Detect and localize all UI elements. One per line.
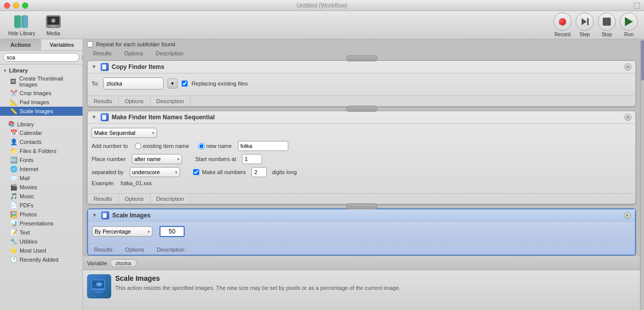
sidebar-item-label: Recently Added [20, 257, 58, 263]
sidebar-item-presentations[interactable]: 📊 Presentations [0, 219, 83, 228]
search-input[interactable] [3, 53, 79, 62]
calendar-icon: 📅 [10, 129, 17, 136]
run-label: Run [624, 32, 633, 37]
sidebar-item-fonts[interactable]: 🔤 Fonts [0, 156, 83, 165]
make-sequential-close[interactable]: ✕ [624, 114, 631, 121]
scale-by-select[interactable]: By Percentage [92, 226, 152, 237]
tab-description-copy[interactable]: Description [150, 96, 191, 106]
repeat-checkbox[interactable] [87, 41, 93, 47]
sidebar-item-label: Calendar [20, 130, 42, 136]
tab-options-scale[interactable]: Options [119, 245, 151, 255]
tab-description-seq[interactable]: Description [150, 194, 191, 204]
sidebar-item-label: Most Used [20, 248, 46, 254]
tab-options-seq[interactable]: Options [119, 194, 150, 204]
sidebar-group-lib2[interactable]: 📚 Library [0, 120, 83, 128]
make-sequential-toggle[interactable]: ▼ [92, 114, 98, 120]
stop-button[interactable]: Stop [597, 12, 617, 38]
new-name-input[interactable] [238, 141, 288, 151]
add-number-row: Add number to existing item name new nam… [92, 141, 631, 151]
hide-library-label: Hide Library [8, 31, 35, 36]
start-numbers-input[interactable] [242, 154, 262, 164]
tab-actions[interactable]: Actions [0, 39, 41, 50]
sidebar-item-scale-images[interactable]: 📏 Scale Images [0, 107, 83, 116]
sidebar-item-label: Fonts [20, 157, 34, 163]
svg-point-18 [96, 282, 102, 286]
svg-rect-7 [50, 26, 56, 27]
scale-images-toggle[interactable]: ▼ [92, 212, 98, 218]
copy-finder-close[interactable]: ✕ [624, 63, 631, 70]
run-button[interactable]: Run [619, 12, 639, 38]
sidebar-item-pad-images[interactable]: 📐 Pad Images [0, 98, 83, 107]
sidebar-item-label: Crop Images [20, 90, 51, 96]
step-button[interactable]: Step [575, 12, 595, 38]
sidebar-item-recently-added[interactable]: 🕐 Recently Added [0, 255, 83, 264]
example-label: Example: [92, 180, 115, 186]
sidebar-group-library[interactable]: ▼ Library [0, 66, 83, 74]
scrollbar-thumb[interactable] [641, 40, 644, 81]
digits-input[interactable] [252, 167, 267, 177]
variable-tag[interactable]: zlozka [110, 259, 137, 267]
sidebar-item-create-thumbnail[interactable]: 🖼 Create Thumbnail Images [0, 74, 83, 89]
tab-description-scale[interactable]: Description [151, 245, 191, 255]
existing-name-radio[interactable] [135, 143, 141, 149]
right-scrollbar[interactable] [640, 39, 644, 310]
folder-arrow-button[interactable]: ▼ [168, 79, 178, 89]
hide-library-button[interactable]: Hide Library [5, 12, 38, 38]
maximize-button[interactable] [22, 3, 28, 9]
minimize-button[interactable] [13, 3, 19, 9]
place-number-select[interactable]: after name [132, 154, 182, 164]
sidebar-item-most-used[interactable]: ⭐ Most Used [0, 246, 83, 255]
tab-results-copy[interactable]: Results [88, 96, 119, 106]
sidebar-item-contacts[interactable]: 👤 Contacts [0, 137, 83, 146]
tab-results-scale[interactable]: Results [88, 245, 119, 255]
titlebar-buttons [4, 3, 28, 9]
hide-library-icon [14, 14, 30, 30]
media-button[interactable]: Media [42, 12, 64, 38]
record-button[interactable]: Record [552, 12, 573, 38]
copy-finder-header: ▼ Copy Finder Items ✕ [88, 61, 635, 73]
sidebar-item-internet[interactable]: 🌐 Internet [0, 165, 83, 174]
place-number-row: Place number after name Start numbers at [92, 154, 631, 164]
svg-rect-15 [104, 214, 107, 218]
folder-select[interactable]: zlozka [103, 78, 164, 90]
tab-options-top[interactable]: Options [118, 48, 150, 58]
sidebar-item-calendar[interactable]: 📅 Calendar [0, 128, 83, 137]
copy-finder-toggle[interactable]: ▼ [92, 64, 98, 70]
copy-finder-content: To: zlozka ▼ Replacing existing files [88, 73, 635, 96]
sidebar-item-pdfs[interactable]: 📄 PDFs [0, 201, 83, 210]
sidebar-item-crop-images[interactable]: ✂️ Crop Images [0, 89, 83, 98]
make-sequential-select[interactable]: Make Sequential [92, 128, 157, 138]
tab-options-copy[interactable]: Options [119, 96, 150, 106]
tab-description-top[interactable]: Description [150, 48, 190, 58]
sidebar-item-utilities[interactable]: 🔧 Utilities [0, 237, 83, 246]
place-number-select-wrapper: after name [132, 154, 182, 164]
new-name-radio[interactable] [198, 143, 205, 149]
replacing-checkbox[interactable] [182, 81, 188, 87]
tab-results-top[interactable]: Results [87, 48, 118, 58]
resize-handle[interactable] [634, 3, 640, 9]
scale-images-close[interactable]: ✕ [624, 212, 631, 219]
scale-value-input[interactable] [159, 226, 185, 237]
separated-by-label: separated by [92, 169, 124, 175]
step-icon [576, 13, 594, 31]
scale-images-icon: 📏 [10, 108, 17, 115]
tab-variables[interactable]: Variables [41, 39, 83, 50]
separated-by-select[interactable]: underscore [130, 167, 180, 177]
make-all-numbers-checkbox[interactable] [193, 169, 199, 175]
tab-results-seq[interactable]: Results [88, 194, 119, 204]
sidebar-item-label: Photos [20, 211, 37, 217]
sidebar-item-music[interactable]: 🎵 Music [0, 192, 83, 201]
copy-finder-footer: Results Options Description [88, 96, 635, 106]
sidebar-item-mail[interactable]: ✉️ Mail [0, 174, 83, 183]
sidebar-item-movies[interactable]: 🎬 Movies [0, 183, 83, 192]
stop-icon [598, 13, 616, 31]
close-button[interactable] [4, 3, 10, 9]
sidebar-item-text[interactable]: 📝 Text [0, 228, 83, 237]
crop-images-icon: ✂️ [10, 90, 17, 97]
sidebar-item-photos[interactable]: 🖼️ Photos [0, 210, 83, 219]
workflow-area: Repeat for each subfolder found Results … [83, 39, 640, 256]
preview-text: Scale Images This action resizes the spe… [115, 274, 636, 306]
sidebar-item-label: Presentations [20, 220, 53, 226]
make-sequential-icon [101, 113, 109, 121]
sidebar-item-files-folders[interactable]: 📁 Files & Folders [0, 146, 83, 156]
